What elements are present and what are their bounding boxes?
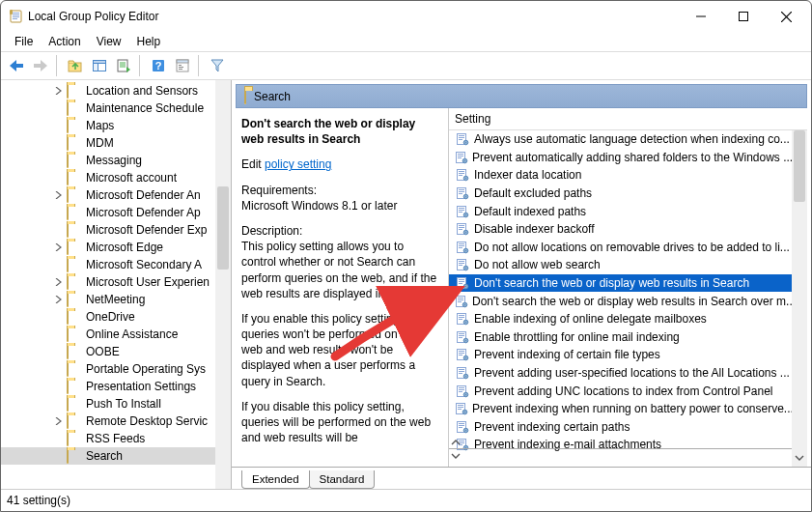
folder-icon xyxy=(67,154,82,167)
setting-row[interactable]: Prevent adding user-specified locations … xyxy=(449,364,792,383)
menu-action[interactable]: Action xyxy=(41,33,88,50)
tree-scrollbar-thumb[interactable] xyxy=(217,186,229,270)
menu-help[interactable]: Help xyxy=(129,33,169,50)
chevron-right-icon[interactable] xyxy=(53,85,65,97)
up-folder-button[interactable] xyxy=(64,55,86,76)
tree-item[interactable]: OOBE xyxy=(1,343,215,360)
setting-row[interactable]: Prevent indexing of certain file types xyxy=(449,346,792,364)
settings-scrollbar-thumb[interactable] xyxy=(794,130,805,202)
description-paragraph: If you disable this policy setting, quer… xyxy=(241,399,440,446)
policy-item-icon xyxy=(455,150,468,165)
setting-row[interactable]: Default indexed paths xyxy=(449,202,792,220)
menu-view[interactable]: View xyxy=(89,33,129,50)
setting-row[interactable]: Do not allow locations on removable driv… xyxy=(449,239,792,257)
settings-column-header[interactable]: Setting xyxy=(449,108,807,130)
svg-rect-29 xyxy=(458,157,462,158)
tree-item[interactable]: Presentation Settings xyxy=(1,378,215,395)
menu-file[interactable]: File xyxy=(7,33,41,50)
folder-icon xyxy=(67,432,82,445)
tree-item[interactable]: RSS Feeds xyxy=(1,430,215,447)
policy-item-icon xyxy=(455,419,470,435)
export-list-button[interactable] xyxy=(112,55,134,76)
setting-row[interactable]: Do not allow web search xyxy=(449,256,792,274)
detail-split: Don't search the web or display web resu… xyxy=(236,108,807,467)
tree-item[interactable]: Microsoft Secondary A xyxy=(1,256,215,273)
folder-icon xyxy=(67,449,82,463)
edit-policy-link[interactable]: policy setting xyxy=(265,157,331,171)
setting-row[interactable]: Prevent adding UNC locations to index fr… xyxy=(449,382,792,400)
setting-row[interactable]: Enable throttling for online mail indexi… xyxy=(449,328,792,347)
tree-item[interactable]: Messaging xyxy=(1,152,215,169)
chevron-right-icon[interactable] xyxy=(53,415,65,427)
tree-item[interactable]: Maintenance Schedule xyxy=(1,100,215,117)
filter-button[interactable] xyxy=(206,55,228,76)
tab-extended[interactable]: Extended xyxy=(241,470,310,489)
tree-item[interactable]: Online Assistance xyxy=(1,326,215,343)
window-title: Local Group Policy Editor xyxy=(24,10,680,23)
tree-item-label: Portable Operating Sys xyxy=(86,362,206,376)
maximize-button[interactable] xyxy=(722,2,765,31)
svg-rect-1 xyxy=(13,13,19,14)
setting-row[interactable]: Indexer data location xyxy=(449,166,792,185)
setting-row[interactable]: Default excluded paths xyxy=(449,185,792,203)
tree-item[interactable]: Location and Sensors xyxy=(1,82,215,100)
svg-rect-79 xyxy=(459,337,462,338)
tree-item[interactable]: Remote Desktop Servic xyxy=(1,412,215,430)
setting-row[interactable]: Enable indexing of online delegate mailb… xyxy=(449,310,792,328)
help-button[interactable]: ? xyxy=(147,55,169,76)
description-heading: Description: xyxy=(241,223,440,239)
tree[interactable]: Location and SensorsMaintenance Schedule… xyxy=(1,80,215,467)
tree-item[interactable]: Maps xyxy=(1,117,215,134)
nav-back-button[interactable] xyxy=(5,55,27,76)
chevron-right-icon[interactable] xyxy=(53,276,65,288)
nav-forward-button[interactable] xyxy=(29,55,51,76)
close-button[interactable] xyxy=(765,2,807,31)
tree-item[interactable]: Microsoft account xyxy=(1,169,215,186)
tree-item[interactable]: Push To Install xyxy=(1,395,215,412)
svg-rect-34 xyxy=(459,175,462,176)
tree-pane: Location and SensorsMaintenance Schedule… xyxy=(1,80,232,489)
setting-label: Disable indexer backoff xyxy=(474,222,595,236)
settings-list[interactable]: Always use automatic language detection … xyxy=(449,130,807,467)
minimize-button[interactable] xyxy=(680,2,722,31)
scroll-down-icon[interactable] xyxy=(792,449,807,467)
tree-item[interactable]: Microsoft Edge xyxy=(1,239,215,256)
policy-item-icon xyxy=(455,257,470,272)
status-text: 41 setting(s) xyxy=(7,494,70,507)
tree-item[interactable]: NetMeeting xyxy=(1,291,215,308)
tree-item-label: Microsoft User Experien xyxy=(86,275,210,289)
setting-row[interactable]: Don't search the web or display web resu… xyxy=(449,292,792,310)
svg-rect-82 xyxy=(459,351,464,352)
chevron-right-icon[interactable] xyxy=(53,242,65,253)
setting-row[interactable]: Prevent indexing certain paths xyxy=(449,418,792,437)
svg-rect-23 xyxy=(459,137,464,138)
tree-scrollbar[interactable] xyxy=(215,80,231,489)
tree-item[interactable]: Microsoft User Experien xyxy=(1,273,215,291)
tree-item[interactable]: Microsoft Defender Ap xyxy=(1,204,215,221)
tree-item[interactable]: MDM xyxy=(1,134,215,152)
tree-item[interactable]: OneDrive xyxy=(1,308,215,326)
settings-scrollbar[interactable] xyxy=(792,130,807,467)
setting-row[interactable]: Disable indexer backoff xyxy=(449,220,792,239)
properties-button[interactable] xyxy=(171,55,193,76)
chevron-right-icon[interactable] xyxy=(53,189,65,201)
tree-item-label: Online Assistance xyxy=(86,327,178,341)
tree-item-label: Maintenance Schedule xyxy=(86,101,204,115)
tree-item[interactable]: Microsoft Defender An xyxy=(1,186,215,204)
svg-rect-54 xyxy=(459,247,462,248)
setting-row[interactable]: Prevent indexing when running on battery… xyxy=(449,400,792,418)
chevron-right-icon[interactable] xyxy=(53,294,65,305)
show-pane-button[interactable] xyxy=(88,55,110,76)
tree-item[interactable]: Search xyxy=(1,447,215,465)
svg-rect-102 xyxy=(459,423,464,424)
setting-row[interactable]: Don't search the web or display web resu… xyxy=(449,274,792,293)
svg-rect-20 xyxy=(179,69,182,70)
tree-item[interactable]: Portable Operating Sys xyxy=(1,360,215,378)
setting-row[interactable]: Prevent automatically adding shared fold… xyxy=(449,149,792,167)
tree-item[interactable]: Microsoft Defender Exp xyxy=(1,221,215,239)
tab-standard[interactable]: Standard xyxy=(309,470,376,489)
policy-item-icon xyxy=(455,204,470,219)
setting-row[interactable]: Always use automatic language detection … xyxy=(449,130,792,149)
svg-rect-43 xyxy=(459,210,464,211)
svg-rect-63 xyxy=(459,281,464,282)
